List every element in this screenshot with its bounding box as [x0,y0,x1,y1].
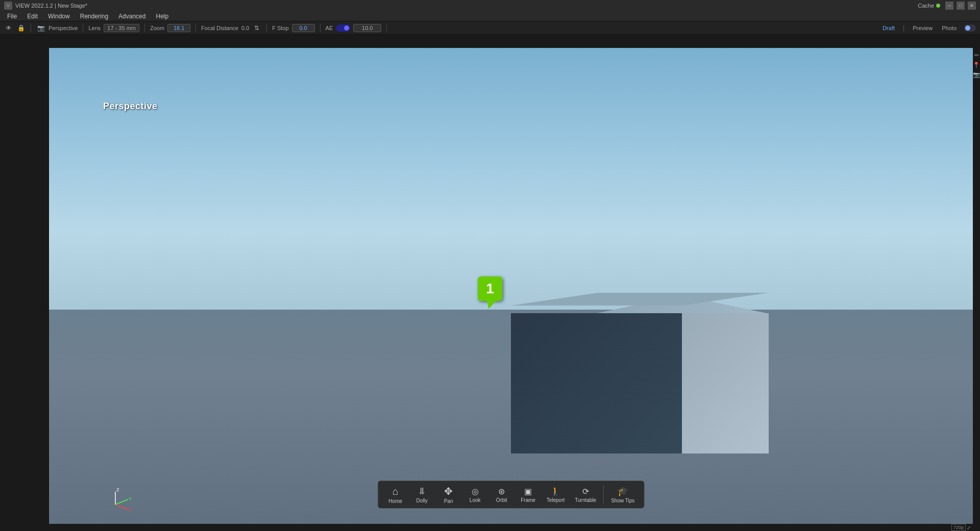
render-toggle[interactable] [964,24,976,32]
home-label: Home [388,498,402,504]
menubar: File Edit Window Rendering Advanced Help [0,11,980,21]
look-icon: ◎ [472,487,479,496]
sep2 [83,24,83,32]
svg-text:Y: Y [129,496,132,501]
home-icon: ⌂ [393,486,399,497]
bottom-toolbar-sep [603,485,604,504]
eye-icon[interactable]: 👁 [4,23,13,33]
svg-line-2 [115,499,128,504]
maximize-button[interactable]: □ [957,2,965,10]
tooltip-badge: 1 [478,276,502,301]
menu-rendering[interactable]: Rendering [75,12,113,21]
sep1 [31,24,31,32]
svg-text:X: X [129,507,132,512]
edit-icon[interactable]: ✏ [974,52,979,59]
focal-adjust-icon[interactable]: ⇅ [252,23,261,33]
frame-button[interactable]: ▣ Frame [515,483,542,506]
photo-mode-btn[interactable]: Photo [940,24,959,32]
pan-icon: ✥ [444,485,453,497]
show-tips-button[interactable]: 🎓 Show Tips [606,483,640,506]
ae-input[interactable]: 10.0 [353,24,381,32]
teleport-label: Teleport [547,497,565,503]
orbit-label: Orbit [496,497,507,503]
cube-right-face [682,313,769,453]
dolly-button[interactable]: ⥥ Dolly [409,483,435,506]
menu-help[interactable]: Help [151,12,174,21]
draft-mode-btn[interactable]: Draft [880,24,897,32]
turntable-label: Turntable [575,497,596,503]
home-button[interactable]: ⌂ Home [382,483,409,506]
resolution-badge: 720p [951,524,966,531]
axis-svg: Z X Y [105,487,136,512]
dolly-label: Dolly [416,498,428,503]
sep7 [386,24,387,32]
window-controls[interactable]: ─ □ ✕ [945,2,976,10]
fstop-label: F Stop [272,25,288,31]
app-icon: V [4,2,12,10]
render-toggle-knob [965,26,970,31]
turntable-icon: ⟳ [582,487,589,496]
cache-label: Cache [918,3,934,9]
ae-toggle-knob [344,26,349,31]
viewport-sky [49,48,973,310]
pin-icon[interactable]: 📍 [973,62,980,68]
svg-text:Z: Z [116,487,119,492]
pan-label: Pan [444,498,453,504]
zoom-input[interactable]: 18.1 [167,24,190,32]
app-name: VIEW 2022.1.2 [15,3,53,9]
cube-front-face [511,313,682,453]
focal-label: Focal Distance [201,25,238,31]
perspective-toolbar-label: Perspective [48,25,78,31]
teleport-button[interactable]: 🚶 Teleport [542,483,570,506]
menu-advanced[interactable]: Advanced [113,12,151,21]
camera-icon[interactable]: 📷 [36,23,45,33]
show-tips-label: Show Tips [611,498,634,503]
menu-file[interactable]: File [2,12,22,21]
sep6 [320,24,321,32]
orbit-icon: ⊛ [498,487,505,496]
show-tips-icon: 🎓 [617,486,628,497]
ae-toggle[interactable] [336,24,350,32]
frame-icon: ▣ [524,487,532,496]
minimize-button[interactable]: ─ [945,2,953,10]
sep3 [144,24,145,32]
left-panel [0,48,49,524]
look-button[interactable]: ◎ Look [462,483,488,506]
look-label: Look [470,497,481,503]
scene-name: New Stage* [58,3,87,9]
bottom-toolbar: ⌂ Home ⥥ Dolly ✥ Pan ◎ Look ⊛ Orbit ▣ Fr… [378,481,645,509]
ae-label: AE [326,25,333,31]
menu-window[interactable]: Window [43,12,75,21]
title-text: VIEW 2022.1.2 | New Stage* [15,3,918,9]
focal-value: 0.0 [241,25,249,31]
cache-area: Cache [918,3,940,9]
lock-icon[interactable]: 🔒 [16,23,26,33]
sep4 [195,24,196,32]
axis-indicator: Z X Y [105,487,136,514]
tooltip-number: 1 [486,281,494,297]
pan-button[interactable]: ✥ Pan [435,483,462,506]
cache-status-dot [936,4,940,8]
teleport-icon: 🚶 [550,487,560,496]
sep5 [266,24,267,32]
perspective-label: Perspective [103,101,158,112]
lens-dropdown[interactable]: 17 - 35 mm [104,24,139,32]
menu-edit[interactable]: Edit [22,12,43,21]
resolution-expand-icon[interactable]: ⤢ [967,525,971,530]
orbit-button[interactable]: ⊛ Orbit [488,483,515,506]
camera2-icon[interactable]: 📷 [973,71,980,78]
frame-label: Frame [521,497,535,503]
zoom-label: Zoom [150,25,164,31]
viewport[interactable]: Perspective 1 Z X Y [49,48,973,524]
dolly-icon: ⥥ [418,486,426,497]
bottom-strip: 720p ⤢ [49,524,973,531]
svg-line-1 [115,504,128,510]
titlebar: V VIEW 2022.1.2 | New Stage* Cache ─ □ ✕ [0,0,980,11]
preview-mode-btn[interactable]: Preview [911,24,935,32]
close-button[interactable]: ✕ [968,2,976,10]
turntable-button[interactable]: ⟳ Turntable [570,483,601,506]
renderbar: 👁 🔒 📷 Perspective Lens 17 - 35 mm Zoom 1… [0,21,980,35]
fstop-input[interactable]: 0.0 [292,24,315,32]
lens-label: Lens [88,25,101,31]
right-icons-panel: ✏ 📍 📷 [973,48,980,150]
